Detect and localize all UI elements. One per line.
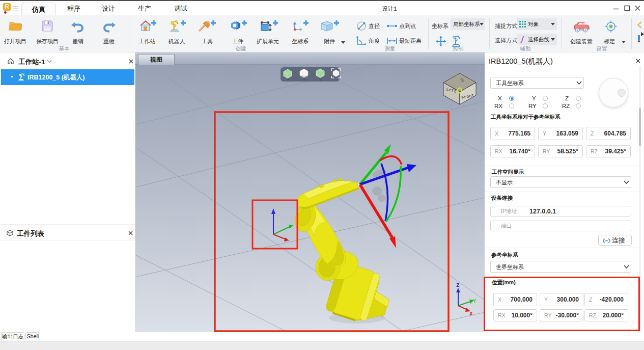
svg-text:X: X (469, 311, 473, 317)
svg-text:Z: Z (456, 282, 460, 288)
svg-text:Y: Y (473, 298, 477, 304)
svg-text:Solid: Solid (301, 75, 307, 78)
